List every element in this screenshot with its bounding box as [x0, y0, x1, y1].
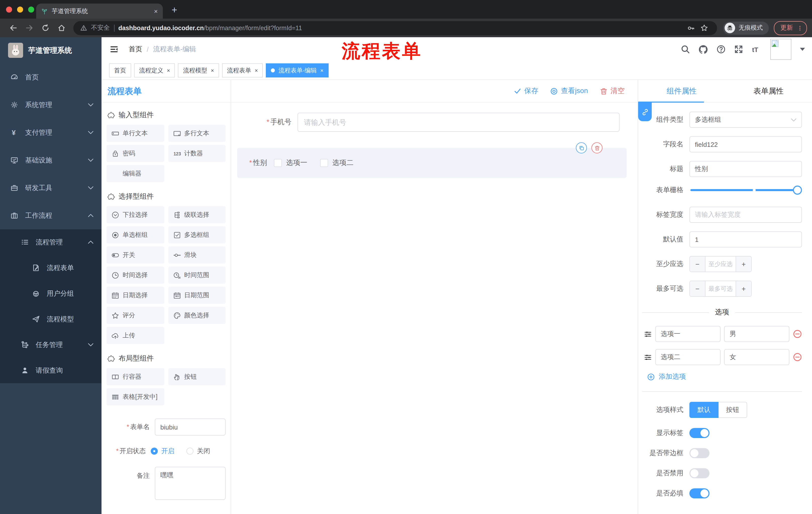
tab-close-icon[interactable]: ×	[154, 7, 158, 15]
border-toggle[interactable]	[689, 448, 709, 458]
stepper-increase-button[interactable]: +	[736, 256, 751, 272]
tag-close-icon[interactable]: ×	[320, 67, 324, 74]
min-select-input[interactable]: 至少应选	[705, 256, 736, 272]
component-text-input[interactable]: 单行文本	[107, 125, 164, 142]
tag-home[interactable]: 首页	[109, 63, 131, 77]
style-default-button[interactable]: 默认	[689, 402, 719, 418]
gender-option-2[interactable]: 选项二	[320, 158, 353, 167]
component-time-picker[interactable]: 时间选择	[107, 267, 164, 283]
browser-update-button[interactable]: 更新	[774, 21, 807, 35]
sidebar-item-leave-query[interactable]: 请假查询	[0, 358, 102, 383]
component-row-container[interactable]: 行容器	[107, 368, 164, 385]
component-checkbox-group[interactable]: 多选框组	[168, 226, 226, 243]
canvas-field-phone[interactable]: *手机号	[231, 113, 638, 132]
max-select-input[interactable]: 最多可选	[705, 281, 736, 296]
remove-option-icon[interactable]	[793, 329, 802, 339]
back-icon[interactable]	[6, 21, 20, 34]
component-password[interactable]: 密码	[107, 145, 164, 162]
form-grid-slider[interactable]	[690, 189, 798, 191]
font-size-icon[interactable]	[752, 44, 762, 54]
new-tab-button[interactable]: +	[168, 3, 181, 17]
slider-knob[interactable]	[793, 186, 802, 195]
component-switch[interactable]: 开关	[107, 246, 164, 264]
sidebar-item-home[interactable]: 首页	[0, 63, 102, 91]
sidebar-item-workflow[interactable]: 工作流程	[0, 202, 102, 229]
gender-option-1[interactable]: 选项一	[274, 158, 307, 167]
component-cascader[interactable]: 级联选择	[168, 206, 226, 223]
fullscreen-icon[interactable]	[734, 45, 743, 54]
sidebar-item-infra[interactable]: 基础设施	[0, 146, 102, 174]
drag-handle-icon[interactable]	[644, 330, 652, 338]
option-label-input[interactable]: 选项一	[655, 326, 721, 342]
default-value-input[interactable]: 1	[689, 231, 802, 247]
tag-process-definition[interactable]: 流程定义 ×	[134, 63, 175, 77]
tag-close-icon[interactable]: ×	[255, 67, 258, 74]
style-button-button[interactable]: 按钮	[719, 402, 747, 418]
search-icon[interactable]	[681, 45, 690, 54]
option-value-input[interactable]: 男	[724, 326, 789, 342]
help-icon[interactable]	[717, 45, 726, 54]
tag-close-icon[interactable]: ×	[211, 67, 214, 74]
title-input[interactable]: 性别	[689, 161, 802, 177]
sidebar-item-process-form[interactable]: 流程表单	[0, 255, 102, 281]
component-table[interactable]: 表格[开发中]	[107, 388, 164, 405]
minimize-window-button[interactable]	[17, 6, 23, 12]
component-upload[interactable]: 上传	[107, 327, 164, 344]
canvas-field-gender-selected[interactable]: *性别 选项一 选项二	[237, 148, 627, 178]
clear-button[interactable]: 清空	[600, 86, 625, 96]
sidebar-item-devtools[interactable]: 研发工具	[0, 174, 102, 202]
security-label[interactable]: 不安全	[91, 24, 110, 32]
component-counter[interactable]: 计数器	[168, 145, 226, 162]
stepper-decrease-button[interactable]: −	[690, 256, 705, 272]
disabled-toggle[interactable]	[689, 468, 709, 478]
component-slider[interactable]: 滑块	[168, 246, 226, 264]
github-icon[interactable]	[698, 45, 708, 54]
sidebar-item-user-group[interactable]: 用户分组	[0, 281, 102, 306]
sidebar-item-payment[interactable]: 支付管理	[0, 119, 102, 146]
avatar[interactable]	[770, 39, 791, 60]
option-value-input[interactable]: 女	[724, 349, 789, 365]
component-type-select[interactable]: 多选框组	[689, 112, 802, 128]
component-date-range[interactable]: 日期范围	[168, 287, 226, 304]
component-editor[interactable]: 编辑器	[107, 165, 164, 182]
show-label-toggle[interactable]	[689, 428, 709, 438]
sidebar-item-process-mgmt[interactable]: 流程管理	[0, 229, 102, 255]
component-textarea[interactable]: 多行文本	[168, 125, 226, 142]
component-time-range[interactable]: 时间范围	[168, 267, 226, 283]
drag-handle-icon[interactable]	[644, 353, 652, 361]
save-button[interactable]: 保存	[514, 86, 539, 96]
tag-close-icon[interactable]: ×	[167, 67, 170, 74]
address-bar[interactable]: 不安全 dashboard.yudao.iocoder.cn /bpm/mana…	[74, 21, 717, 35]
close-window-button[interactable]	[6, 6, 12, 12]
stepper-decrease-button[interactable]: −	[690, 281, 705, 296]
required-toggle[interactable]	[689, 488, 709, 498]
sidebar-item-system[interactable]: 系统管理	[0, 91, 102, 119]
duplicate-component-button[interactable]	[576, 142, 587, 154]
browser-tab[interactable]: 芋道管理系统 ×	[36, 3, 163, 19]
browser-menu-dots-icon[interactable]	[797, 25, 803, 31]
link-handle[interactable]	[638, 103, 652, 121]
label-width-input[interactable]: 请输入标签宽度	[689, 207, 802, 223]
forward-icon[interactable]	[23, 21, 36, 34]
password-key-icon[interactable]	[687, 24, 694, 31]
option-label-input[interactable]: 选项二	[655, 349, 721, 365]
reload-icon[interactable]	[39, 21, 52, 34]
phone-input[interactable]	[297, 113, 619, 132]
tag-process-model[interactable]: 流程模型 ×	[178, 63, 219, 77]
remove-option-icon[interactable]	[793, 353, 802, 361]
add-option-button[interactable]: 添加选项	[647, 372, 802, 381]
delete-component-button[interactable]	[591, 142, 603, 154]
tag-process-form[interactable]: 流程表单 ×	[222, 63, 263, 77]
component-rate[interactable]: 评分	[107, 307, 164, 324]
component-select[interactable]: 下拉选择	[107, 206, 164, 223]
component-radio-group[interactable]: 单选框组	[107, 226, 164, 243]
status-radio-on[interactable]: 开启	[151, 447, 174, 456]
tag-process-form-edit[interactable]: 流程表单-编辑 ×	[266, 63, 329, 77]
component-button[interactable]: 按钮	[168, 368, 226, 385]
component-color-picker[interactable]: 颜色选择	[168, 307, 226, 324]
sidebar-collapse-icon[interactable]	[109, 44, 120, 55]
form-name-input[interactable]	[155, 418, 226, 436]
bookmark-star-icon[interactable]	[700, 24, 708, 32]
tab-component-props[interactable]: 组件属性	[638, 80, 725, 102]
tab-form-props[interactable]: 表单属性	[725, 80, 812, 102]
